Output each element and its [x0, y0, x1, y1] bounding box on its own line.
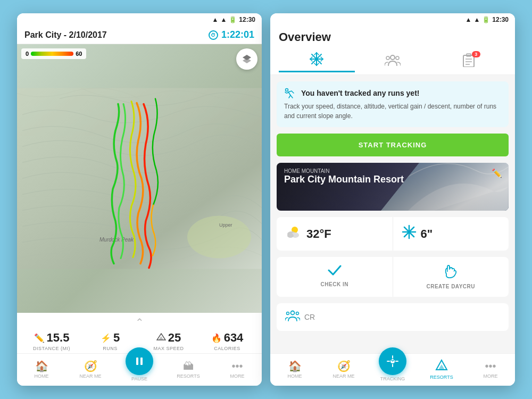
- p2-nearme-label: NEAR ME: [332, 373, 354, 379]
- distance-label: DISTANCE (MI): [33, 346, 70, 351]
- tracking-notice: You haven't tracked any runs yet! Track …: [277, 81, 509, 127]
- p2-resorts-label: RESORTS: [430, 375, 453, 380]
- legend-min: 0: [26, 51, 29, 57]
- layers-icon: [242, 54, 252, 64]
- mountain-edit-button[interactable]: ✏️: [492, 168, 502, 178]
- nav-home-label: HOME: [35, 373, 49, 379]
- phone1-status-bar: ▲ ▲ 🔋 12:30: [17, 13, 262, 26]
- p2-nav-tracking[interactable]: TRACKING: [377, 357, 409, 381]
- mountain-icon: [156, 333, 166, 340]
- p2-battery-icon: 🔋: [482, 16, 490, 23]
- resorts-icon: 🏔: [183, 360, 194, 372]
- runs-label: RUNS: [103, 346, 118, 351]
- tabs-row: 3: [279, 48, 506, 72]
- tab-clipboard[interactable]: 3: [430, 50, 506, 71]
- nav-more-label: MORE: [230, 373, 245, 379]
- snow-icon: [402, 225, 417, 243]
- p2-nav-more[interactable]: ••• MORE: [475, 360, 506, 379]
- group-icon: [385, 54, 401, 66]
- tracking-notice-title: You haven't tracked any runs yet!: [301, 89, 419, 97]
- cr-group-icon: [285, 310, 300, 325]
- p2-home-icon: 🏠: [288, 360, 302, 372]
- phone2-title: Overview: [279, 30, 506, 44]
- stat-calories-value-row: 🔥 634: [211, 331, 244, 345]
- phone-1: ▲ ▲ 🔋 12:30 Park City - 2/10/2017 ⏱ 1:22…: [17, 13, 262, 386]
- cr-text: CR: [304, 313, 315, 321]
- check-in-action[interactable]: CHECK IN: [277, 257, 393, 297]
- phone1-header: Park City - 2/10/2017 ⏱ 1:22:01: [17, 26, 262, 44]
- svg-point-44: [296, 312, 299, 315]
- map-area[interactable]: Murdock Peak Upper 0 60: [17, 44, 262, 313]
- svg-rect-25: [463, 55, 474, 67]
- distance-icon: ✏️: [34, 333, 45, 343]
- speed-icon: [156, 333, 166, 343]
- snow-depth-value: 6": [421, 227, 433, 241]
- run-tracking-icon: [284, 88, 297, 98]
- legend-gradient-bar: [31, 52, 73, 56]
- stat-calories: 🔥 634 CALORIES: [206, 331, 248, 351]
- home-icon: 🏠: [35, 360, 48, 372]
- stat-distance: ✏️ 15.5 DISTANCE (MI): [30, 331, 73, 351]
- tracking-nav-icon: [387, 355, 398, 367]
- svg-point-24: [396, 56, 399, 60]
- runs-value: 5: [113, 331, 120, 345]
- p2-wifi-icon: ▲: [473, 16, 480, 23]
- mountain-nav-icon: [435, 359, 448, 371]
- action-row: CHECK IN CREATE DAYCRU: [277, 257, 509, 297]
- signal-icon: ▲: [212, 16, 219, 23]
- check-icon: [328, 264, 342, 279]
- phone2-time: 12:30: [492, 16, 509, 23]
- phone1-timer: ⏱ 1:22:01: [209, 29, 254, 40]
- nearme-icon: 🧭: [84, 360, 97, 372]
- create-daycru-action[interactable]: CREATE DAYCRU: [393, 257, 509, 297]
- svg-text:Upper: Upper: [219, 222, 232, 228]
- drag-handle[interactable]: ⌃: [22, 317, 256, 328]
- p2-nav-home[interactable]: 🏠 HOME: [279, 360, 311, 379]
- svg-text:Murdock Peak: Murdock Peak: [99, 237, 134, 243]
- svg-point-30: [286, 89, 288, 92]
- phone2-content: You haven't tracked any runs yet! Track …: [270, 75, 515, 353]
- nav-more[interactable]: ••• MORE: [221, 360, 253, 379]
- calories-icon: 🔥: [211, 333, 222, 343]
- svg-rect-9: [140, 358, 143, 365]
- nav-resorts[interactable]: 🏔 RESORTS: [172, 360, 204, 379]
- nav-nearme[interactable]: 🧭 NEAR ME: [74, 360, 106, 379]
- create-daycru-label: CREATE DAYCRU: [426, 284, 475, 289]
- phone1-bottom-nav: 🏠 HOME 🧭 NEAR ME PAUSE 🏔 RESORTS: [17, 353, 262, 386]
- timer-value: 1:22:01: [221, 29, 254, 40]
- phone2-status-icons: ▲ ▲ 🔋 12:30: [466, 16, 509, 23]
- phone2-bottom-nav: 🏠 HOME 🧭 NEAR ME: [270, 353, 515, 386]
- mountain-card-label: Home Mountain: [284, 168, 501, 174]
- clipboard-badge: 3: [472, 51, 480, 57]
- tab-group[interactable]: [355, 51, 431, 71]
- p2-more-label: MORE: [484, 373, 498, 379]
- start-tracking-button[interactable]: START TRACKING: [277, 134, 509, 156]
- mountain-card[interactable]: Home Mountain Park City Mountain Resort …: [277, 163, 509, 211]
- p2-nav-nearme[interactable]: 🧭 NEAR ME: [328, 360, 360, 379]
- rock-on-icon: [444, 264, 457, 281]
- tab-snowflake[interactable]: [279, 48, 355, 72]
- temp-value: 32°F: [306, 227, 331, 241]
- stat-runs-value-row: ⚡ 5: [101, 331, 120, 345]
- svg-point-43: [287, 312, 289, 315]
- p2-more-icon: •••: [485, 360, 496, 372]
- nav-resorts-label: RESORTS: [177, 373, 200, 379]
- tracking-notice-body: Track your speed, distance, altitude, ve…: [284, 102, 501, 121]
- nav-pause-label: PAUSE: [131, 376, 147, 381]
- nav-home[interactable]: 🏠 HOME: [26, 360, 57, 379]
- map-layers-button[interactable]: [236, 48, 257, 70]
- tracking-button[interactable]: [379, 347, 406, 375]
- nav-pause[interactable]: PAUSE: [123, 357, 155, 381]
- phone1-title: Park City - 2/10/2017: [24, 30, 107, 40]
- svg-rect-8: [136, 358, 138, 365]
- p2-nav-resorts[interactable]: RESORTS: [426, 359, 458, 380]
- distance-value: 15.5: [47, 331, 70, 345]
- svg-marker-5: [243, 58, 251, 63]
- p2-tracking-label: TRACKING: [380, 376, 405, 381]
- mountain-card-overlay: Home Mountain Park City Mountain Resort: [277, 163, 509, 211]
- p2-signal-icon: ▲: [466, 16, 472, 23]
- stat-speed-value-row: 25: [156, 331, 181, 345]
- p2-resorts-icon: [435, 359, 448, 373]
- speed-label: MAX SPEED: [153, 346, 184, 351]
- pause-button[interactable]: [126, 347, 153, 375]
